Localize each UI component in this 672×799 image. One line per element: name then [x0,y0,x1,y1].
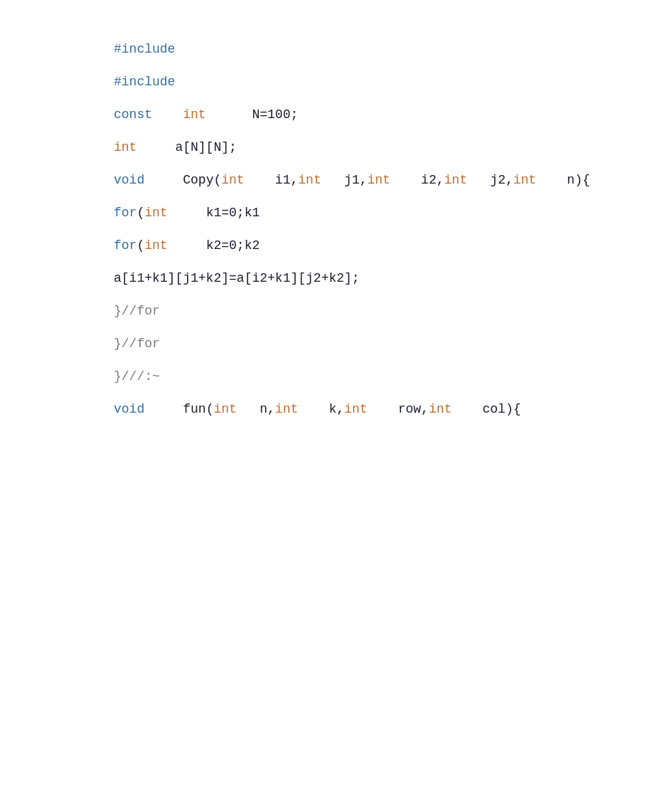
code-token: void [114,174,144,186]
code-token: int [298,174,321,186]
code-token: const [114,108,152,121]
code-token: }//for [114,337,160,350]
code-token: #include [114,75,175,88]
code-line: #include [114,75,672,88]
code-token: int [221,174,244,186]
code-token: for [114,206,137,219]
code-token: Copy( [144,174,221,186]
code-token: int [429,403,452,416]
code-token: i2, [390,174,444,186]
code-token: int [513,174,536,186]
code-token: n){ [536,174,590,186]
code-token: ( [137,206,144,219]
code-token: #include [114,43,175,55]
code-token: int [144,206,167,219]
code-token: }//for [114,305,160,317]
code-token: k, [298,403,344,416]
code-line: void fun(int n,int k,int row,int col){ [114,403,672,416]
code-token: int [444,174,467,186]
code-token: col){ [452,403,521,416]
code-line: }///:~ [114,370,672,383]
code-token: j1, [321,174,368,186]
code-line: void Copy(int i1,int j1,int i2,int j2,in… [114,174,672,186]
code-token: ( [137,239,144,252]
code-token: }///:~ [114,370,160,383]
code-line: }//for [114,337,672,350]
code-token: row, [367,403,428,416]
code-token: n, [237,403,275,416]
code-token: int [144,239,167,252]
code-container: #include#includeconst int N=100;int a[N]… [114,43,672,435]
code-line: int a[N][N]; [114,141,672,154]
code-line: }//for [114,305,672,317]
code-token: k2=0;k2 [168,239,260,252]
code-line: const int N=100; [114,108,672,121]
code-token: int [213,403,236,416]
code-line: for(int k1=0;k1 [114,206,672,219]
code-token: j2, [467,174,513,186]
code-token: int [275,403,298,416]
code-token [152,108,183,121]
code-line: for(int k2=0;k2 [114,239,672,252]
code-token: N=100; [206,108,299,121]
code-token: fun( [144,403,213,416]
code-token: a[i1+k1][j1+k2]=a[i2+k1][j2+k2]; [114,272,360,285]
code-line: #include [114,43,672,55]
code-token: int [114,141,137,154]
code-token: k1=0;k1 [168,206,260,219]
code-token: void [114,403,144,416]
code-token: a[N][N]; [137,141,236,154]
code-token: for [114,239,137,252]
code-line: a[i1+k1][j1+k2]=a[i2+k1][j2+k2]; [114,272,672,285]
code-token: int [183,108,206,121]
code-token: int [344,403,367,416]
code-token: i1, [245,174,299,186]
code-token: int [368,174,390,186]
